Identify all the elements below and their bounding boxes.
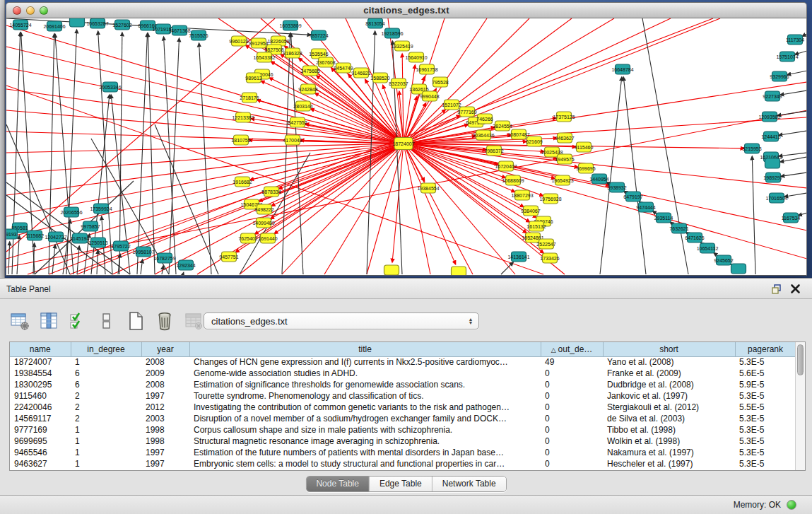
table-cell[interactable]: 0 bbox=[541, 458, 603, 469]
graph-node[interactable] bbox=[70, 18, 85, 27]
table-cell[interactable]: Embryonic stem cells: a model to study s… bbox=[189, 458, 541, 469]
table-row[interactable]: 1872400712008Changes of HCN gene express… bbox=[10, 356, 796, 368]
table-cell[interactable]: 1998 bbox=[141, 436, 189, 447]
table-options-icon[interactable] bbox=[10, 311, 30, 331]
table-row[interactable]: 1938455462009Genome-wide association stu… bbox=[10, 368, 796, 379]
table-row[interactable]: 2242004622012Investigating the contribut… bbox=[10, 402, 796, 413]
column-header-out_de[interactable]: △out_de… bbox=[541, 342, 603, 356]
new-file-icon[interactable] bbox=[126, 311, 146, 331]
table-cell[interactable]: 1 bbox=[71, 447, 141, 458]
table-row[interactable]: 911546021997Tourette syndrome. Phenomeno… bbox=[10, 390, 796, 402]
table-cell[interactable]: 14569117 bbox=[10, 413, 71, 424]
table-cell[interactable]: 6 bbox=[71, 368, 141, 379]
table-cell[interactable]: 0 bbox=[541, 447, 603, 458]
column-header-year[interactable]: year bbox=[141, 342, 189, 356]
table-row[interactable]: 1830029562008Estimation of significance … bbox=[10, 379, 796, 390]
table-cell[interactable]: 1 bbox=[71, 458, 141, 469]
table-cell[interactable]: 1 bbox=[71, 436, 141, 447]
row-select-checks-icon[interactable] bbox=[68, 311, 88, 331]
table-cell[interactable]: Franke et al. (2009) bbox=[603, 368, 735, 379]
table-cell[interactable]: 18724007 bbox=[10, 356, 71, 368]
graph-node[interactable] bbox=[731, 264, 746, 274]
table-cell[interactable]: Estimation of significance thresholds fo… bbox=[189, 379, 541, 390]
table-cell[interactable]: 1998 bbox=[141, 424, 189, 436]
network-canvas[interactable]: 1872400714055724206914061065328715276026… bbox=[6, 18, 806, 276]
table-cell[interactable]: 2003 bbox=[141, 413, 189, 424]
close-panel-icon[interactable] bbox=[790, 284, 801, 294]
table-cell[interactable]: 0 bbox=[541, 413, 603, 424]
table-cell[interactable]: 49 bbox=[541, 356, 603, 368]
table-cell[interactable]: Dudbridge et al. (2008) bbox=[603, 379, 735, 390]
table-cell[interactable]: 5.3E-5 bbox=[735, 436, 796, 447]
table-cell[interactable]: 5.5E-5 bbox=[735, 402, 796, 413]
table-cell[interactable]: Stergiakouli et al. (2012) bbox=[603, 402, 735, 413]
tab-node-table[interactable]: Node Table bbox=[306, 477, 369, 491]
table-cell[interactable]: 2009 bbox=[141, 368, 189, 379]
show-column-icon[interactable] bbox=[39, 311, 59, 331]
table-cell[interactable]: 0 bbox=[541, 379, 603, 390]
column-header-name[interactable]: name bbox=[10, 342, 71, 356]
table-cell[interactable]: 2 bbox=[71, 390, 141, 402]
float-panel-icon[interactable] bbox=[771, 284, 782, 295]
table-cell[interactable]: 18300295 bbox=[10, 379, 71, 390]
table-cell[interactable]: Yano et al. (2008) bbox=[603, 356, 735, 368]
table-cell[interactable]: 2 bbox=[71, 413, 141, 424]
network-canvas-container[interactable]: 1872400714055724206914061065328715276026… bbox=[6, 18, 807, 276]
table-cell[interactable]: Genome-wide association studies in ADHD. bbox=[189, 368, 541, 379]
table-cell[interactable]: 19384554 bbox=[10, 368, 71, 379]
vertical-scrollbar[interactable] bbox=[795, 342, 805, 470]
table-cell[interactable]: Hescheler et al. (1997) bbox=[603, 458, 735, 469]
table-cell[interactable]: de Silva et al. (2003) bbox=[603, 413, 735, 424]
table-cell[interactable]: 5.6E-5 bbox=[735, 368, 796, 379]
table-cell[interactable]: 0 bbox=[541, 402, 603, 413]
graph-node[interactable] bbox=[384, 265, 399, 275]
table-cell[interactable]: 9777169 bbox=[10, 424, 71, 436]
table-cell[interactable]: 9699695 bbox=[10, 436, 71, 447]
table-cell[interactable]: 0 bbox=[541, 424, 603, 436]
graph-node[interactable] bbox=[452, 267, 466, 276]
table-cell[interactable]: 1997 bbox=[141, 390, 189, 402]
table-cell[interactable]: 5.3E-5 bbox=[735, 447, 796, 458]
table-cell[interactable]: Jankovic et al. (1997) bbox=[603, 390, 735, 402]
table-cell[interactable]: 0 bbox=[541, 436, 603, 447]
table-cell[interactable]: 1 bbox=[71, 356, 141, 368]
table-cell[interactable]: 5.3E-5 bbox=[735, 424, 796, 436]
tab-edge-table[interactable]: Edge Table bbox=[369, 477, 432, 491]
table-row[interactable]: 1456911722003Disruption of a novel membe… bbox=[10, 413, 796, 424]
memory-ok-indicator[interactable] bbox=[787, 500, 796, 510]
network-view-window[interactable]: citations_edges.txt 18724007140557242069… bbox=[6, 2, 807, 276]
table-cell[interactable]: 2008 bbox=[141, 356, 189, 368]
table-cell[interactable]: Nakamura et al. (1997) bbox=[603, 447, 735, 458]
table-cell[interactable]: 1997 bbox=[141, 447, 189, 458]
delete-trash-icon[interactable] bbox=[155, 311, 175, 331]
table-cell[interactable]: 5.9E-5 bbox=[735, 379, 796, 390]
table-cell[interactable]: Wolkin et al. (1998) bbox=[603, 436, 735, 447]
table-cell[interactable]: 5.3E-5 bbox=[735, 390, 796, 402]
table-cell[interactable]: 0 bbox=[541, 390, 603, 402]
table-cell[interactable]: 0 bbox=[541, 368, 603, 379]
table-cell[interactable]: 5.3E-5 bbox=[735, 458, 796, 469]
table-cell[interactable]: Tibbo et al. (1998) bbox=[603, 424, 735, 436]
table-row[interactable]: 977716911998Corpus callosum shape and si… bbox=[10, 424, 796, 436]
table-select-dropdown[interactable]: citations_edges.txt ▲▼ bbox=[204, 313, 479, 329]
table-cell[interactable]: 9463627 bbox=[10, 458, 71, 469]
network-window-titlebar[interactable]: citations_edges.txt bbox=[6, 2, 807, 18]
table-cell[interactable]: 2012 bbox=[141, 402, 189, 413]
column-header-title[interactable]: title bbox=[189, 342, 541, 356]
table-cell[interactable]: 1 bbox=[71, 424, 141, 436]
table-cell[interactable]: Disruption of a novel member of a sodium… bbox=[189, 413, 541, 424]
table-row[interactable]: 946362711997Embryonic stem cells: a mode… bbox=[10, 458, 796, 469]
table-cell[interactable]: 6 bbox=[71, 379, 141, 390]
table-cell[interactable]: Structural magnetic resonance image aver… bbox=[189, 436, 541, 447]
table-cell[interactable]: 9465546 bbox=[10, 447, 71, 458]
column-header-pagerank[interactable]: pagerank bbox=[735, 342, 796, 356]
table-cell[interactable]: Estimation of the future numbers of pati… bbox=[189, 447, 541, 458]
table-cell[interactable]: 5.3E-5 bbox=[735, 413, 796, 424]
table-cell[interactable]: 2008 bbox=[141, 379, 189, 390]
table-row[interactable]: 969969511998Structural magnetic resonanc… bbox=[10, 436, 796, 447]
table-cell[interactable]: 5.3E-5 bbox=[735, 356, 796, 368]
table-cell[interactable]: Changes of HCN gene expression and I(f) … bbox=[189, 356, 541, 368]
graph-node[interactable] bbox=[765, 158, 780, 168]
table-cell[interactable]: 1997 bbox=[141, 458, 189, 469]
node-table[interactable]: namein_degreeyeartitle△out_de…shortpager… bbox=[10, 342, 796, 469]
